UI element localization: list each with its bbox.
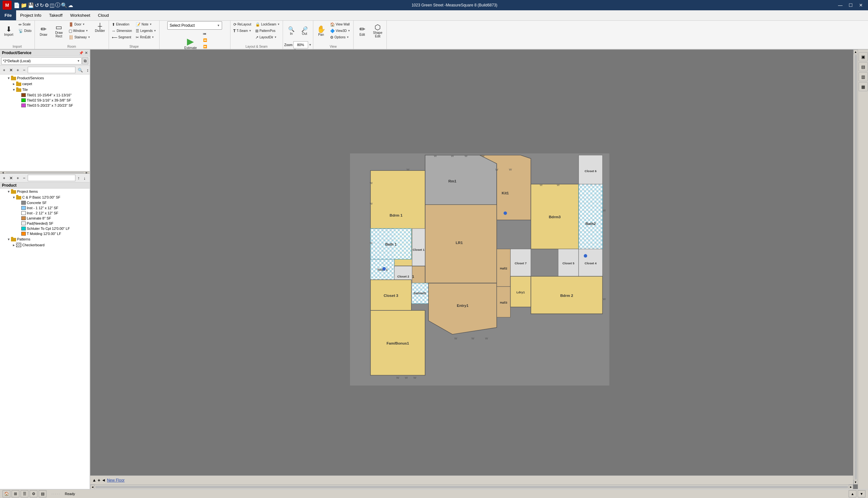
floor-nav-back[interactable]: ◄ [102,478,106,483]
ps-search-button[interactable]: 🔍 [76,67,84,73]
product-add2-button[interactable]: + [15,175,21,181]
right-panel-btn1[interactable]: ▣ [859,52,868,61]
ps-sort-button[interactable]: ↕ [85,67,90,73]
menu-cloud[interactable]: Cloud [94,10,113,20]
new-floor-label[interactable]: New Floor [107,478,125,483]
disto-button[interactable]: 📡Disto [17,28,33,34]
ps-minus-button[interactable]: − [21,67,27,73]
divider-button[interactable]: ┼ Divider [92,21,107,34]
menu-takeoff[interactable]: Takeoff [45,10,66,20]
select-product-dropdown[interactable]: Select Product ▼ [167,21,222,30]
maximize-button[interactable]: ☐ [846,2,855,9]
tree-item-patterns[interactable]: ▼ Patterns [0,236,90,242]
tree-item-laminate[interactable]: Laminate 8" SF [0,215,90,221]
zoom-out-button[interactable]: 🔎 Out [299,21,311,41]
tree-item-schluter[interactable]: Schluter To Cpt 12'0.00" LF [0,226,90,231]
menu-worksheet[interactable]: Worksheet [66,10,94,20]
status-icon-2[interactable]: ⊞ [12,490,19,497]
ps-add-button[interactable]: + [1,67,7,73]
tree-item-tile[interactable]: ▼ Tile [0,87,90,92]
title-bar-icon-redo[interactable]: ↻ [40,2,44,9]
product-search-input[interactable] [28,175,76,181]
note-button[interactable]: 📝Note▼ [134,21,158,27]
status-right-btn1[interactable]: ▲ [849,490,856,497]
stairway-button[interactable]: 🪜Stairway▼ [67,34,92,40]
window-button[interactable]: ▢Window▼ [67,28,92,34]
canvas-hscrollbar[interactable]: ◄ ► [90,484,853,489]
product-add-button[interactable]: + [1,175,7,181]
menu-file[interactable]: File [0,10,16,20]
ps-add2-button[interactable]: + [15,67,21,73]
segment-button[interactable]: ⟵Segment [110,34,133,40]
tree-item-tmolding[interactable]: T Molding 12'0.00" LF [0,231,90,236]
edit-button[interactable]: ✏ Edit [355,21,370,41]
right-panel-btn3[interactable]: ▥ [859,72,868,81]
tree-item-inst1[interactable]: Inst - 1 12" x 12" SF [0,205,90,210]
scroll-track[interactable] [6,172,84,173]
tree-item-concrete[interactable]: Concrete SF [0,200,90,205]
elevation-button[interactable]: ⬆Elevation [110,21,133,27]
title-bar-icon-cloud[interactable]: ☁ [68,2,73,9]
shape-edit-button[interactable]: ⬡ ShapeEdit [370,21,385,41]
hscroll-right[interactable]: ► [849,485,853,489]
status-right-btn2[interactable]: ▼ [858,490,865,497]
product-remove-button[interactable]: ✕ [8,175,14,181]
zoom-in-button[interactable]: 🔍 In [285,21,298,41]
tree-item-tile03[interactable]: Tile03 5-20/23" x 7-20/23" SF [0,103,90,108]
tree-item-product-services[interactable]: ▼ Product/Services [0,75,90,81]
zoom-level-input[interactable] [293,41,308,48]
status-icon-3[interactable]: ☰ [21,490,28,497]
tseam-button[interactable]: TT-Seam▼ [232,28,253,34]
panel-close-button[interactable]: ✕ [85,51,88,55]
draw-button[interactable]: ✏ Draw [36,21,51,41]
title-bar-icon-save[interactable]: 💾 [28,2,34,9]
pan-button[interactable]: ✋ Pan [315,21,328,41]
tree-item-project-items[interactable]: ▼ Project Items [0,188,90,194]
patternpos-button[interactable]: ⊞PatternPos [254,28,281,34]
status-icon-5[interactable]: ▤ [39,490,47,497]
door-button[interactable]: 🚪Door▼ [67,21,92,27]
vscroll-thumb[interactable] [854,55,857,479]
product-sort-button[interactable]: ↕ [88,175,90,181]
floor-nav-up[interactable]: ▲ [92,478,96,483]
close-button[interactable]: ✕ [856,2,865,9]
ps-search-input[interactable] [28,67,76,73]
rmedit-button[interactable]: ✂RmEdit▼ [134,34,158,40]
legends-button[interactable]: ☰Legends▼ [134,28,158,34]
title-bar-icon-settings[interactable]: ⚙ [44,2,49,9]
right-panel-btn2[interactable]: ▤ [859,62,868,71]
tree-item-checkerboard[interactable]: ► Checkerboard [0,242,90,248]
panel-pin-button[interactable]: 📌 [79,51,83,55]
product-minus-button[interactable]: − [21,175,27,181]
hscroll-thumb[interactable] [95,486,848,488]
import-button[interactable]: ⬇ Import [1,21,16,41]
product-up-button[interactable]: ↑ [76,175,81,181]
status-icon-1[interactable]: 🏠 [3,490,10,497]
est-back[interactable]: ⏪ [201,37,209,43]
title-bar-icon-undo[interactable]: ↺ [35,2,39,9]
options-button[interactable]: ⚙Options▼ [328,34,352,40]
lockseam-button[interactable]: 🔒LockSeam▼ [254,21,281,27]
hscroll-left[interactable]: ◄ [90,485,95,489]
vscroll-down[interactable]: ▼ [854,480,858,484]
profile-dropdown[interactable]: *2*Default (Local) ▼ [1,57,81,64]
tree-item-carpet[interactable]: ► carpet [0,81,90,87]
relayout-button[interactable]: ⟳ReLayout [232,21,253,27]
tree-item-tile01[interactable]: Tile01 10-15/64" x 11-13/16" [0,92,90,98]
floor-nav-add[interactable]: + [98,478,100,483]
layoutdir-button[interactable]: ↗LayoutDir▼ [254,34,281,40]
view-wall-button[interactable]: 🏠View Wall [328,21,352,27]
menu-project-info[interactable]: Project Info [16,10,45,20]
title-bar-icon-layout[interactable]: ◫ [50,2,54,9]
product-down-button[interactable]: ↓ [82,175,87,181]
minimize-button[interactable]: — [836,2,845,9]
vscroll-up[interactable]: ▲ [854,50,858,54]
est-forward[interactable]: ⏩ [201,43,209,50]
tree-item-cp-basic[interactable]: ▼ C & P Basic 12'0.00" SF [0,194,90,200]
title-bar-icon-zoom[interactable]: 🔍 [61,2,67,9]
tree-item-pad[interactable]: Pad(Needed) SF [0,221,90,226]
right-panel-btn4[interactable]: ▦ [859,82,868,91]
title-bar-icon-new[interactable]: 📄 [14,2,20,9]
view3d-button[interactable]: 🔷View3D▼ [328,28,352,34]
profile-copy-button[interactable]: ⧉ [82,57,88,64]
